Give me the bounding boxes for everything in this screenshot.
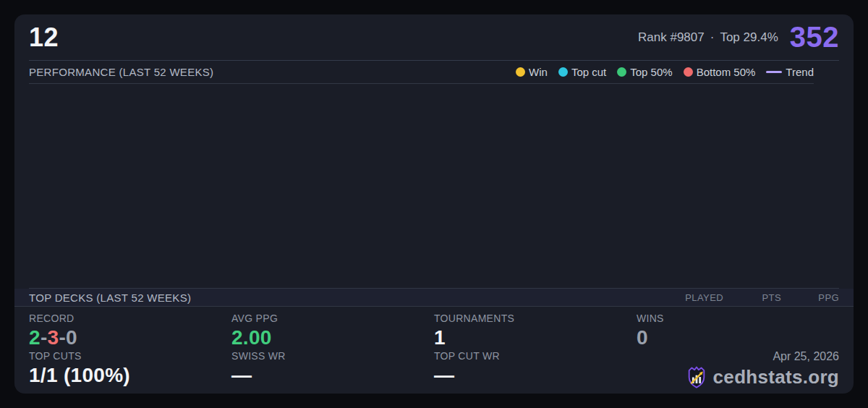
stat-top-cut-wr: TOP CUT WR —	[434, 350, 637, 394]
stat-top-cuts: TOP CUTS 1/1 (100%)	[29, 350, 231, 394]
column-header-played: PLAYED	[665, 292, 723, 303]
record-value: 2-3-0	[29, 326, 231, 349]
legend-item-win[interactable]: Win	[516, 66, 548, 78]
stat-record: RECORD 2-3-0	[29, 313, 231, 350]
legend-label: Top cut	[571, 66, 606, 78]
record-wins: 2	[29, 326, 41, 349]
legend-label: Top 50%	[630, 66, 672, 78]
legend-item-top-cut[interactable]: Top cut	[558, 66, 606, 78]
top-cut-wr-value: —	[434, 364, 637, 387]
swiss-wr-value: —	[231, 364, 434, 387]
score-value: 352	[790, 21, 839, 54]
stat-label: SWISS WR	[231, 350, 434, 362]
footer: Apr 25, 2026 cedhstats.org	[637, 350, 839, 394]
legend-item-bottom50[interactable]: Bottom 50%	[684, 66, 756, 78]
brand: cedhstats.org	[686, 365, 839, 389]
column-header-ppg: PPG	[781, 292, 839, 303]
stat-swiss-wr: SWISS WR —	[231, 350, 434, 394]
top-decks-title: TOP DECKS (LAST 52 WEEKS)	[29, 292, 191, 304]
bottom50-dot-icon	[684, 67, 693, 77]
wins-value: 0	[637, 326, 839, 349]
top-decks-header: TOP DECKS (LAST 52 WEEKS) PLAYED PTS PPG	[14, 289, 854, 307]
stat-avg-ppg: AVG PPG 2.00	[231, 313, 434, 350]
record-sep: -	[59, 326, 66, 349]
trend-line-icon	[766, 71, 782, 73]
stat-tournaments: TOURNAMENTS 1	[434, 313, 637, 350]
stats-grid: RECORD 2-3-0 AVG PPG 2.00 TOURNAMENTS 1 …	[29, 307, 839, 394]
performance-title: PERFORMANCE (LAST 52 WEEKS)	[29, 66, 213, 78]
top-percent-text: Top 29.4%	[720, 30, 778, 45]
chart-legend: Win Top cut Top 50% Bottom 50% Trend	[516, 66, 814, 78]
performance-header: PERFORMANCE (LAST 52 WEEKS) Win Top cut …	[29, 61, 814, 84]
win-dot-icon	[516, 67, 525, 77]
deck-count: 12	[29, 22, 59, 53]
stat-wins: WINS 0	[637, 313, 839, 350]
date-text: Apr 25, 2026	[773, 350, 839, 363]
stat-label: TOURNAMENTS	[434, 313, 637, 324]
card-header: 12 Rank #9807 · Top 29.4% 352	[29, 14, 839, 61]
tournaments-value: 1	[434, 326, 637, 349]
legend-label: Trend	[786, 66, 814, 78]
top-decks-columns: PLAYED PTS PPG	[665, 292, 839, 303]
top-cuts-value: 1/1 (100%)	[29, 364, 231, 387]
rank-line: Rank #9807 · Top 29.4%	[638, 30, 778, 45]
legend-label: Win	[529, 66, 548, 78]
performance-chart	[29, 84, 839, 289]
record-draws: 0	[66, 326, 77, 349]
rank-separator-dot: ·	[710, 30, 715, 45]
record-losses: 3	[48, 326, 59, 349]
top50-dot-icon	[617, 67, 626, 77]
stats-card: 12 Rank #9807 · Top 29.4% 352 PERFORMANC…	[14, 14, 854, 394]
legend-label: Bottom 50%	[697, 66, 756, 78]
record-sep: -	[41, 326, 48, 349]
brand-text: cedhstats.org	[713, 366, 839, 388]
header-right: Rank #9807 · Top 29.4% 352	[638, 21, 839, 54]
legend-item-trend[interactable]: Trend	[766, 66, 814, 78]
column-header-pts: PTS	[723, 292, 781, 303]
rank-text: Rank #9807	[638, 30, 705, 45]
stat-label: AVG PPG	[231, 313, 434, 324]
top-cut-dot-icon	[558, 67, 568, 77]
stat-label: RECORD	[29, 313, 231, 324]
legend-item-top50[interactable]: Top 50%	[617, 66, 672, 78]
cedhstats-shield-logo-icon	[686, 365, 707, 389]
avg-ppg-value: 2.00	[231, 326, 434, 349]
stat-label: TOP CUT WR	[434, 350, 637, 362]
stat-label: TOP CUTS	[29, 350, 231, 362]
stat-label: WINS	[637, 313, 839, 324]
